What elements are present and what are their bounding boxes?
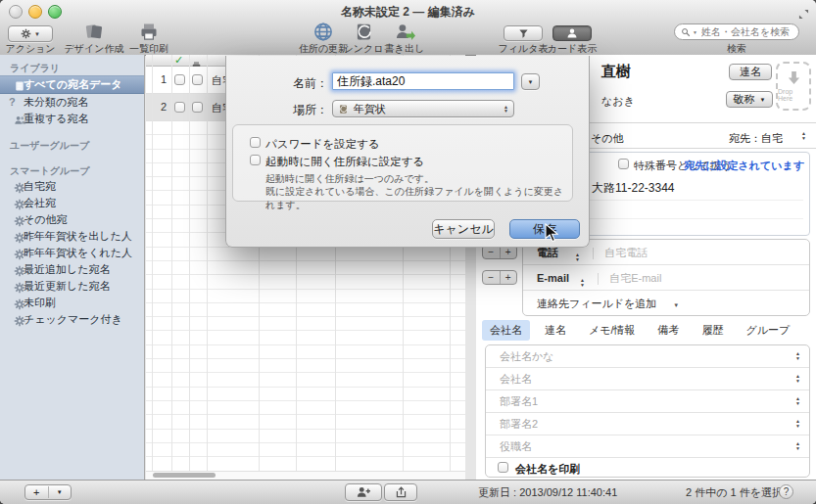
tab-remarks[interactable]: 備考: [650, 320, 688, 341]
plus-button: +: [501, 271, 517, 284]
row-checkbox[interactable]: [174, 74, 185, 85]
segment-other[interactable]: その他: [591, 131, 624, 146]
print-company-checkbox[interactable]: [498, 462, 508, 473]
sidebar-item-smart-recent-updated[interactable]: 最近更新した宛名: [0, 278, 144, 295]
tab-memo-info[interactable]: メモ/情報: [581, 320, 644, 341]
joint-name-button[interactable]: 連名: [729, 64, 772, 80]
question-icon: ?: [9, 94, 16, 111]
add-contact-button[interactable]: [345, 483, 382, 501]
sidebar-item-smart-unprinted[interactable]: 未印刷: [0, 295, 144, 311]
chevron-down-icon: ▼: [34, 31, 40, 37]
tab-history[interactable]: 履歴: [695, 320, 732, 341]
tab-company-name[interactable]: 会社名: [482, 320, 530, 341]
sidebar-item-smart-other[interactable]: その他宛: [0, 211, 144, 228]
sidebar-item-smart-recent-added[interactable]: 最近追加した宛名: [0, 261, 144, 278]
export-icon[interactable]: [394, 22, 416, 42]
action-menu-button[interactable]: ▼: [8, 25, 53, 42]
address-text[interactable]: 大路11-22-3344: [592, 180, 675, 197]
sidebar-item-duplicates[interactable]: 重複する宛名: [0, 111, 144, 127]
filename-input[interactable]: [332, 72, 514, 90]
row-print-checkbox[interactable]: [192, 74, 203, 85]
field-title[interactable]: 役職名▲▼: [486, 435, 809, 458]
field-company-kana[interactable]: 会社名かな▲▼: [486, 345, 809, 368]
sidebar-header-user-groups: ユーザーグループ: [0, 138, 144, 153]
tab-group[interactable]: グループ: [739, 320, 798, 341]
add-group-button[interactable]: + ▼: [24, 484, 72, 500]
fullscreen-icon[interactable]: [798, 5, 809, 23]
contact-fields-box: 電話 ▲▼ 自宅電話 E-mail ▲▼ 自宅E-mail 連絡先フィールドを追…: [522, 239, 810, 316]
startup-checkbox-label: 起動時に開く住所録に設定する: [265, 155, 424, 169]
window-title: 名称未設定 2 — 編集済み: [0, 4, 816, 21]
design-create-icon[interactable]: [82, 22, 106, 41]
search-field[interactable]: ▼: [674, 23, 799, 40]
detail-tabs: 会社名 連名 メモ/情報 備考 履歴 グループ: [482, 319, 804, 341]
phone-placeholder[interactable]: 自宅電話: [604, 247, 648, 258]
sidebar-item-smart-received[interactable]: 昨年年賀状をくれた人: [0, 245, 144, 261]
field-company-name[interactable]: 会社名▲▼: [486, 368, 809, 390]
chevron-down-icon: ▼: [760, 97, 766, 103]
card-view-label: カード表示: [543, 42, 601, 56]
list-print-icon[interactable]: [138, 22, 160, 41]
row-checkbox[interactable]: [174, 102, 185, 113]
startup-checkbox[interactable]: [250, 155, 261, 165]
sidebar-item-smart-sent[interactable]: 昨年年賀状を出した人: [0, 228, 144, 245]
selection-count-text: 2 件中の 1 件を選択: [686, 485, 783, 500]
sidebar-item-all-data[interactable]: すべての宛名データ: [0, 75, 144, 94]
phone-type-stepper[interactable]: ▲▼: [575, 252, 580, 261]
field-department1[interactable]: 部署名1▲▼: [486, 390, 809, 413]
password-checkbox-label: パスワードを設定する: [265, 137, 380, 152]
plus-icon: +: [25, 486, 49, 498]
location-field-label: 場所：: [256, 102, 328, 118]
scrollbar-thumb[interactable]: [153, 473, 216, 478]
drop-here-zone[interactable]: Drop Here: [776, 62, 811, 111]
popup-stepper-icon: ▲▼: [504, 105, 508, 114]
cancel-button[interactable]: キャンセル: [432, 219, 495, 239]
sidebar-item-smart-home[interactable]: 自宅宛: [0, 178, 144, 195]
contact-kana: なおき: [601, 94, 635, 109]
minus-button: −: [483, 271, 501, 284]
update-address-icon[interactable]: [312, 22, 334, 42]
startup-note-line1: 起動時に開く住所録は一つのみです。: [265, 172, 434, 186]
updated-date-text: 更新日 : 2013/09/12 11:40:41: [478, 485, 617, 500]
filter-view-button[interactable]: [504, 25, 543, 41]
sync-icon[interactable]: [354, 22, 374, 42]
person-plus-icon: [356, 485, 371, 499]
email-type-stepper[interactable]: ▲▼: [580, 278, 585, 287]
name-field-label: 名前：: [256, 75, 328, 92]
contact-name: 直樹: [601, 63, 631, 81]
chevron-down-icon: ▼: [528, 79, 534, 85]
search-input[interactable]: [699, 25, 792, 38]
folder-icon: [338, 104, 349, 115]
addressee-value: 宛先：自宅: [729, 131, 783, 146]
row-print-checkbox[interactable]: [192, 102, 203, 113]
save-dialog: 名前： ▼ 場所： 年賀状 ▲▼ パスワードを設定する 起動時に開く住所録に設定…: [225, 56, 590, 248]
window-chrome: 名称未設定 2 — 編集済み ▼ アクション デザイン作成 一覧印刷 住所の更新…: [0, 0, 816, 56]
email-remove-add-buttons[interactable]: −+: [482, 270, 517, 285]
filename-history-button[interactable]: ▼: [521, 73, 540, 90]
addressee-stepper[interactable]: ▲▼: [801, 131, 806, 140]
share-button[interactable]: [384, 483, 417, 501]
sidebar-item-smart-company[interactable]: 会社宛: [0, 195, 144, 211]
export-label: 書き出し: [370, 42, 439, 56]
sidebar-item-unclassified[interactable]: ? 未分類の宛名: [0, 94, 144, 111]
chevron-down-icon: ▼: [49, 489, 72, 495]
list-print-label: 一覧印刷: [112, 42, 186, 56]
email-placeholder[interactable]: 自宅E-mail: [609, 272, 661, 284]
email-row[interactable]: E-mail ▲▼ 自宅E-mail: [523, 265, 809, 291]
horizontal-scrollbar[interactable]: [146, 471, 465, 480]
options-group: パスワードを設定する 起動時に開く住所録に設定する 起動時に開く住所録は一つのみ…: [232, 124, 573, 202]
addressee-set-link[interactable]: 宛先に設定されています: [684, 159, 804, 173]
sidebar-item-smart-checked[interactable]: チェックマーク付き: [0, 311, 144, 328]
search-scope-chevron-icon[interactable]: ▼: [693, 29, 697, 35]
save-button[interactable]: 保存: [509, 219, 580, 239]
password-checkbox[interactable]: [250, 137, 261, 148]
add-contact-field-row[interactable]: 連絡先フィールドを追加 ▼: [523, 291, 809, 316]
special-number-checkbox[interactable]: [618, 159, 629, 169]
tab-joint-name[interactable]: 連名: [537, 320, 574, 341]
honorific-dropdown[interactable]: 敬称▼: [726, 91, 773, 108]
check-column-icon[interactable]: ✓: [174, 55, 183, 67]
card-view-button[interactable]: [552, 25, 592, 41]
location-popup[interactable]: 年賀状 ▲▼: [332, 100, 514, 117]
field-department2[interactable]: 部署名2▲▼: [486, 413, 809, 435]
help-button[interactable]: ?: [779, 484, 793, 499]
